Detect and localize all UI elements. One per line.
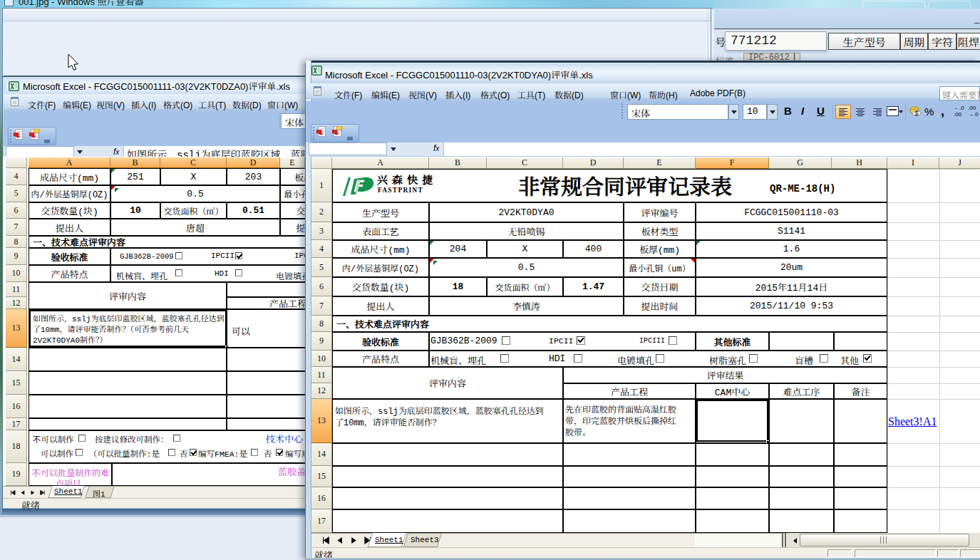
svg-text:$: $ <box>914 110 918 117</box>
